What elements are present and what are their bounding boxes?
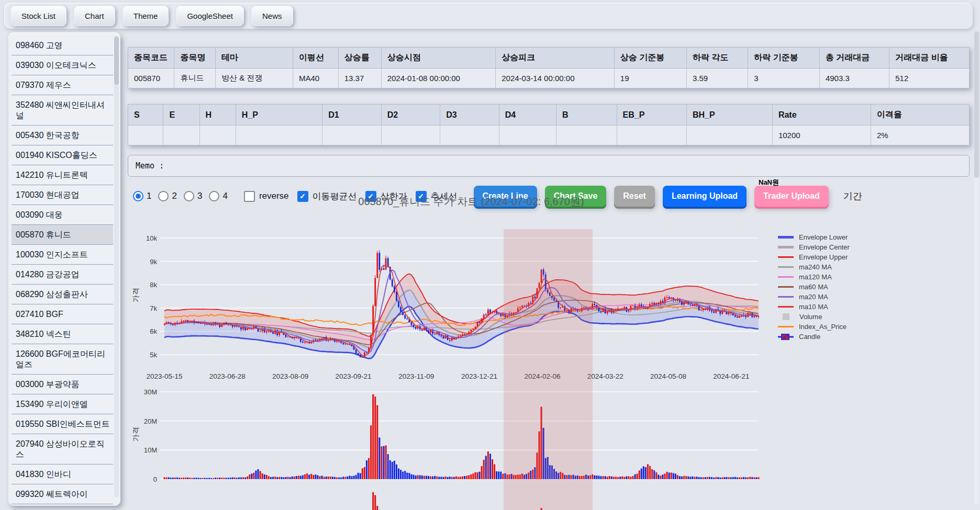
svg-text:7k: 7k (150, 304, 157, 312)
page-scrollbar-thumb[interactable] (974, 31, 979, 178)
svg-text:2023-11-09: 2023-11-09 (398, 372, 434, 380)
line-swatch-icon (778, 296, 794, 298)
tab-chart[interactable]: Chart (74, 6, 115, 26)
line-swatch-icon (778, 266, 794, 268)
stock-list-item-073490[interactable]: 073490 이노와이어리스 (12, 504, 113, 510)
stock-list-item-100030[interactable]: 100030 인지소프트 (12, 245, 113, 265)
detail-header-h: H (199, 105, 236, 126)
detail-cell-rate: 10200 (772, 126, 871, 145)
legend-label: Envelope Upper (799, 253, 848, 261)
tab-stock-list[interactable]: Stock List (10, 6, 66, 26)
stock-list-item-142210[interactable]: 142210 유니트론텍 (12, 165, 113, 185)
stock-list-item-003000[interactable]: 003000 부광약품 (12, 375, 113, 394)
stock-list-item-027410[interactable]: 027410 BGF (12, 304, 113, 324)
legend-label: ma10 MA (799, 303, 828, 311)
tab-theme[interactable]: Theme (122, 6, 169, 26)
info-header-이평선: 이평선 (293, 48, 338, 69)
line-swatch-icon (778, 306, 794, 308)
detail-cell-e (163, 126, 199, 145)
svg-text:10k: 10k (146, 234, 157, 242)
stock-list-item-099320[interactable]: 099320 쎄트렉아이 (12, 484, 113, 504)
detail-header-d4: D4 (499, 105, 556, 126)
stock-list-item-001940[interactable]: 001940 KISCO홀딩스 (12, 145, 113, 165)
svg-text:8k: 8k (150, 281, 157, 289)
info-cell-종목명: 휴니드 (174, 69, 216, 88)
detail-header-rate: Rate (772, 105, 871, 126)
stock-list-item-019550[interactable]: 019550 SBI인베스트먼트 (12, 414, 113, 434)
stock-list-item-352480[interactable]: 352480 씨앤씨인터내셔널 (12, 95, 113, 126)
line-swatch-icon (778, 256, 794, 258)
legend-label: ma120 MA (799, 273, 832, 281)
legend-label: Envelope Lower (799, 233, 848, 241)
stock-list-item-039030[interactable]: 039030 이오테크닉스 (12, 55, 113, 75)
tab-googlesheet[interactable]: GoogleSheet (176, 6, 244, 26)
legend-item-candle: Candle (778, 332, 850, 342)
tab-news[interactable]: News (251, 6, 293, 26)
stock-list-item-005430[interactable]: 005430 한국공항 (12, 126, 113, 145)
info-header-하락-기준봉: 하락 기준봉 (748, 48, 820, 69)
sidebar-scrollbar[interactable] (114, 36, 119, 497)
info-header-상승률: 상승률 (338, 48, 381, 69)
detail-cell-d4 (499, 126, 556, 145)
info-header-거래대금-비율: 거래대금 비율 (889, 48, 970, 69)
line-swatch-icon (778, 236, 794, 239)
svg-text:5k: 5k (150, 351, 157, 359)
detail-cell-d3 (440, 126, 499, 145)
stock-list-sidebar: 098460 고영039030 이오테크닉스079370 제우스352480 씨… (8, 32, 120, 506)
detail-cell-h (199, 126, 236, 145)
info-header-종목코드: 종목코드 (128, 48, 174, 69)
stock-list-item-126600[interactable]: 126600 BGF에코머티리얼즈 (12, 344, 113, 375)
radio-1[interactable] (133, 191, 143, 201)
detail-header-d3: D3 (440, 105, 499, 126)
legend-label: ma60 MA (799, 283, 828, 291)
info-cell-하락-각도: 3.59 (686, 69, 748, 88)
legend-label: Candle (799, 333, 820, 341)
page-scrollbar[interactable] (974, 31, 979, 505)
detail-header-d1: D1 (322, 105, 381, 126)
line-swatch-icon (778, 286, 794, 288)
svg-text:2024-02-06: 2024-02-06 (524, 372, 560, 380)
svg-text:9k: 9k (150, 258, 157, 266)
svg-text:0: 0 (153, 475, 157, 483)
svg-text:2023-12-21: 2023-12-21 (461, 372, 497, 380)
legend-item-ma240-ma: ma240 MA (778, 262, 850, 272)
detail-cell-h-p (236, 126, 322, 145)
legend-item-volume: Volume (778, 312, 850, 322)
line-swatch-icon (778, 326, 794, 327)
info-cell-상승-기준봉: 19 (614, 69, 686, 88)
stock-list-item-153490[interactable]: 153490 우리이앤엘 (12, 394, 113, 414)
stock-list-item-079370[interactable]: 079370 제우스 (12, 75, 113, 95)
legend-item-ma10-ma: ma10 MA (778, 302, 850, 312)
stock-list-item-041830[interactable]: 041830 인바디 (12, 464, 113, 484)
stock-list-item-003090[interactable]: 003090 대웅 (12, 205, 113, 225)
stock-list-item-348210[interactable]: 348210 넥스틴 (12, 324, 113, 344)
detail-cell-eb-p (617, 126, 686, 145)
stock-info-table: 종목코드종목명테마이평선상승률상승시점상승피크상승 기준봉하락 각도하락 기준봉… (128, 47, 970, 88)
legend-label: Index_As_Price (799, 323, 847, 331)
legend-item-envelope-lower: Envelope Lower (778, 232, 850, 242)
legend-item-envelope-center: Envelope Center (778, 242, 850, 252)
stock-list-item-098460[interactable]: 098460 고영 (12, 36, 113, 55)
svg-text:30M: 30M (144, 389, 157, 396)
stock-list-item-014280[interactable]: 014280 금강공업 (12, 265, 113, 285)
stock-list-item-207940[interactable]: 207940 삼성바이오로직스 (12, 434, 113, 464)
svg-text:2023-08-09: 2023-08-09 (272, 372, 308, 380)
memo-field[interactable]: Memo : (128, 155, 970, 177)
stock-list-item-005870[interactable]: 005870 휴니드 (12, 225, 113, 245)
info-header-테마: 테마 (216, 48, 293, 69)
info-cell-테마: 방산 & 전쟁 (216, 69, 293, 88)
legend-item-ma20-ma: ma20 MA (778, 292, 850, 302)
info-cell-상승시점: 2024-01-08 00:00:00 (381, 69, 496, 88)
sidebar-scrollbar-thumb[interactable] (114, 37, 119, 85)
detail-cell-이격율: 2% (871, 126, 969, 145)
stock-list-item-068290[interactable]: 068290 삼성출판사 (12, 285, 113, 304)
detail-cell-bh-p (686, 126, 772, 145)
volume-chart: 30M20M10M0가격 (128, 389, 787, 486)
info-header-총-거래대금: 총 거래대금 (819, 48, 889, 69)
nan-value-label: NaN원 (759, 178, 779, 187)
stock-list-item-170030[interactable]: 170030 현대공업 (12, 185, 113, 205)
info-cell-상승피크: 2024-03-14 00:00:00 (496, 69, 615, 88)
legend-item-index-as-price: Index_As_Price (778, 322, 850, 332)
detail-header-b: B (556, 105, 617, 126)
info-cell-하락-기준봉: 3 (748, 69, 820, 88)
